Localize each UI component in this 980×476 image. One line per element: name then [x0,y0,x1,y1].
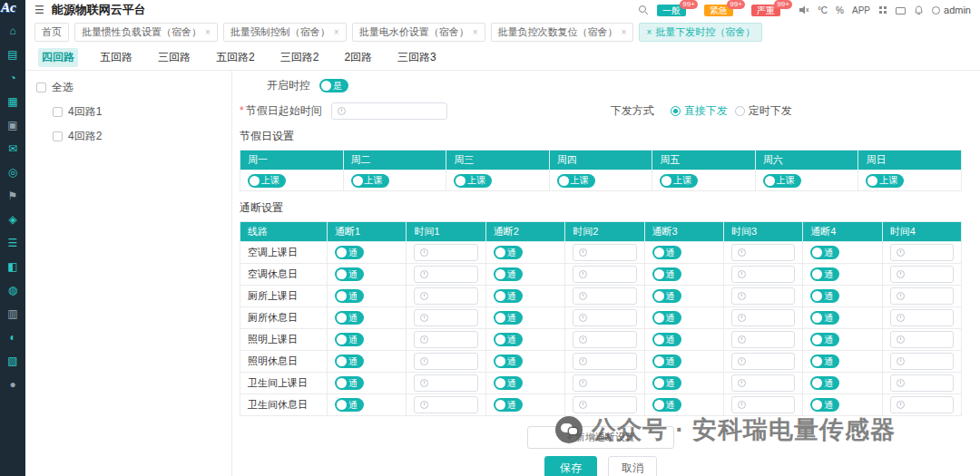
day-toggle[interactable]: 上课 [351,174,389,188]
tab-force-control[interactable]: 批量强制控制（宿舍）× [223,23,347,42]
time-input[interactable] [573,353,636,370]
severe-alarm-badge[interactable]: 严重99+ [751,5,780,16]
time-input[interactable] [731,353,795,370]
time-input[interactable] [731,374,795,392]
onoff-toggle[interactable]: 通 [494,355,523,368]
subtab-5circuit[interactable]: 五回路 [96,48,136,67]
nav-user-icon[interactable]: ▧ [6,355,19,366]
time-input[interactable] [573,331,636,348]
close-icon[interactable]: × [622,27,627,37]
time-input[interactable] [890,266,954,283]
general-alarm-badge[interactable]: 一般99+ [657,5,686,16]
onoff-toggle[interactable]: 通 [494,246,523,259]
admin-user[interactable]: admin [932,5,971,15]
time-input[interactable] [414,353,477,370]
urgent-alarm-badge[interactable]: 紧急99+ [704,5,733,16]
time-input[interactable] [573,287,636,305]
checkbox[interactable] [53,107,63,117]
day-toggle[interactable]: 上课 [866,174,904,188]
menu-toggle-icon[interactable]: ☰ [34,4,44,16]
nav-analysis-icon[interactable]: ◍ [6,285,19,296]
onoff-toggle[interactable]: 通 [494,398,523,412]
day-toggle[interactable]: 上课 [660,174,698,188]
tab-time-control[interactable]: ×批量下发时控（宿舍） [639,23,762,42]
time-input[interactable] [890,353,954,370]
time-input[interactable] [890,244,954,261]
onoff-toggle[interactable]: 通 [494,289,523,303]
onoff-toggle[interactable]: 通 [810,246,839,259]
tree-item-circuit1[interactable]: 4回路1 [53,104,220,120]
nav-dashboard-icon[interactable]: ▤ [6,49,19,60]
close-icon[interactable]: × [646,27,652,37]
onoff-toggle[interactable]: 通 [335,289,364,303]
onoff-toggle[interactable]: 通 [652,355,681,368]
tab-home[interactable]: 首页 [34,23,69,42]
enable-toggle[interactable]: 是 [319,79,348,92]
radio-selected-icon[interactable] [671,106,681,116]
onoff-toggle[interactable]: 通 [494,376,523,390]
time-input[interactable] [573,396,636,413]
time-input[interactable] [414,374,477,392]
tab-reset-count[interactable]: 批量负控次数复位（宿舍）× [491,23,634,42]
onoff-toggle[interactable]: 通 [652,376,681,390]
day-toggle[interactable]: 上课 [763,174,801,188]
nav-monitor-icon[interactable]: ◔ [6,73,19,83]
cancel-button[interactable]: 取消 [608,456,657,476]
subtab-3circuit[interactable]: 三回路 [154,48,194,67]
nav-message-icon[interactable]: ✉ [6,143,19,154]
onoff-toggle[interactable]: 通 [652,311,681,325]
time-input[interactable] [414,244,477,261]
nav-energy-icon[interactable]: ◈ [6,214,19,225]
onoff-toggle[interactable]: 通 [810,376,839,390]
time-input[interactable] [414,309,477,326]
subtab-5circuit2[interactable]: 五回路2 [212,48,259,67]
time-input[interactable] [890,374,954,392]
onoff-toggle[interactable]: 通 [335,355,364,368]
checkbox[interactable] [53,131,63,141]
time-input[interactable] [731,309,795,326]
tree-item-circuit2[interactable]: 4回路2 [53,129,220,144]
onoff-toggle[interactable]: 通 [335,398,364,412]
time-input[interactable] [573,309,636,326]
close-icon[interactable]: × [334,27,339,37]
onoff-toggle[interactable]: 通 [335,246,364,259]
onoff-toggle[interactable]: 通 [810,311,839,325]
subtab-2circuit[interactable]: 2回路 [340,48,376,67]
time-input[interactable] [414,331,477,348]
time-input[interactable] [414,396,477,413]
nav-report-icon[interactable]: ▣ [6,120,19,131]
dispatch-direct-option[interactable]: 直接下发 [671,103,728,119]
dispatch-timed-option[interactable]: 定时下发 [735,103,792,119]
onoff-toggle[interactable]: 通 [810,355,839,368]
time-input[interactable] [731,396,795,413]
time-input[interactable] [731,244,795,261]
onoff-toggle[interactable]: 通 [652,267,681,281]
onoff-toggle[interactable]: 通 [652,398,681,412]
app-label[interactable]: APP [852,5,870,15]
day-toggle[interactable]: 上课 [454,174,492,188]
onoff-toggle[interactable]: 通 [810,267,839,281]
save-button[interactable]: 保存 [544,456,597,476]
subtab-4circuit[interactable]: 四回路 [38,48,78,67]
onoff-toggle[interactable]: 通 [810,289,839,303]
mute-icon[interactable] [799,5,809,15]
time-input[interactable] [890,287,954,305]
onoff-toggle[interactable]: 通 [335,376,364,390]
nav-device-icon[interactable]: ▦ [6,96,19,107]
nav-menu-icon[interactable]: ☰ [6,238,19,248]
search-icon[interactable] [638,5,649,15]
bell-icon[interactable] [914,5,924,15]
onoff-toggle[interactable]: 通 [335,311,364,325]
day-toggle[interactable]: 上课 [248,174,286,188]
subtab-3circuit2[interactable]: 三回路2 [277,48,323,67]
day-toggle[interactable]: 上课 [557,174,595,188]
time-input[interactable] [573,244,636,261]
time-input[interactable] [573,266,636,283]
holiday-start-input[interactable] [331,102,447,120]
onoff-toggle[interactable]: 通 [652,289,681,303]
close-icon[interactable]: × [205,27,211,37]
tab-inertia-load[interactable]: 批量惯性负载设置（宿舍）× [74,23,218,42]
time-input[interactable] [890,331,954,348]
time-input[interactable] [414,287,477,305]
time-input[interactable] [414,266,477,283]
